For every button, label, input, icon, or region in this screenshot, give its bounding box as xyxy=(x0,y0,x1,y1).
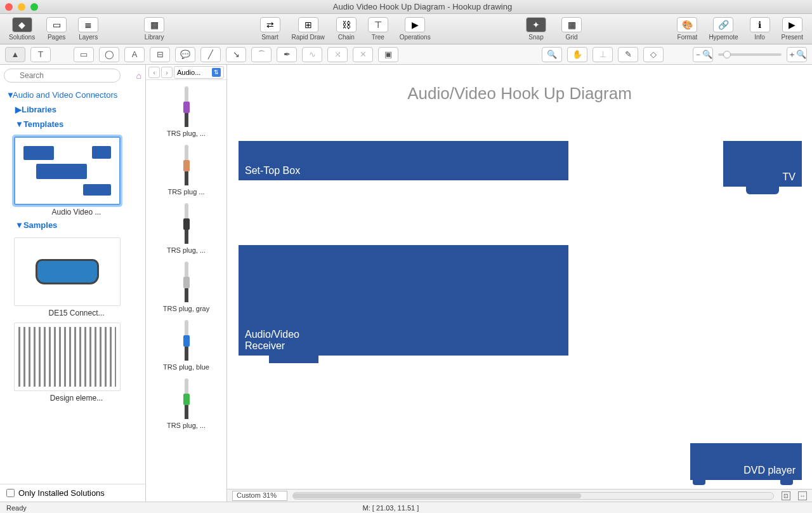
shape-receiver[interactable]: Audio/Video Receiver xyxy=(239,245,568,356)
stencil-panel: ‹ › Audio... ⇅ TRS plug, ...TRS plug ...… xyxy=(146,65,227,502)
template-thumb-audio-video[interactable]: Audio Video ... xyxy=(14,137,139,217)
drawing-canvas[interactable]: Audio/Video Hook Up Diagram Set-Top Box … xyxy=(227,65,812,489)
stencil-library-dropdown[interactable]: Audio... ⇅ xyxy=(174,66,224,79)
line-tool[interactable]: ╱ xyxy=(200,47,221,62)
diagram-title: Audio/Video Hook Up Diagram xyxy=(227,84,812,103)
only-installed-label: Only Installed Solutions xyxy=(18,488,105,498)
trs-plug-icon xyxy=(185,86,188,127)
main-toolbar: ◆Solutions▭Pages≣Layers ▦ Library ⇄Smart… xyxy=(0,14,812,44)
operations-button[interactable]: ▶Operations xyxy=(395,16,436,42)
vga-connector-icon xyxy=(29,256,105,288)
stencil-item[interactable]: TRS plug, gray xyxy=(146,258,226,316)
zoom-dropdown[interactable]: Custom 31% xyxy=(232,491,287,501)
tv-stand-icon xyxy=(746,187,779,194)
window-title: Audio Video Hook Up Diagram - Hookup dra… xyxy=(38,2,807,11)
design-elements-icon xyxy=(18,327,116,387)
window-controls xyxy=(5,3,38,11)
smart-button[interactable]: ⇄Smart xyxy=(255,16,285,42)
stencil-item[interactable]: TRS plug, ... xyxy=(146,375,226,433)
arc-tool[interactable]: ⌒ xyxy=(251,47,272,62)
shape-dvd-player[interactable]: DVD player xyxy=(690,443,802,480)
home-icon[interactable]: ⌂ xyxy=(136,70,141,81)
pages-icon: ▭ xyxy=(46,17,67,32)
tree-root[interactable]: ▼Audio and Video Connectors xyxy=(6,88,139,102)
rapid draw-icon: ⊞ xyxy=(298,17,318,32)
chain-button[interactable]: ⛓Chain xyxy=(331,16,362,42)
rect-tool[interactable]: ▭ xyxy=(74,47,94,62)
eraser-tool[interactable]: ◇ xyxy=(643,47,664,62)
ellipse-tool[interactable]: ◯ xyxy=(99,47,119,62)
fit-width-icon[interactable]: ↔ xyxy=(798,491,807,500)
zoom-slider[interactable] xyxy=(718,53,782,56)
tree-button[interactable]: ⊤Tree xyxy=(363,16,393,42)
stencil-item[interactable]: TRS plug, blue xyxy=(146,316,226,375)
eyedropper-tool[interactable]: ✎ xyxy=(618,47,638,62)
close-icon[interactable] xyxy=(5,3,13,11)
stencil-next-button[interactable]: › xyxy=(161,67,173,78)
horizontal-scrollbar[interactable] xyxy=(292,492,774,500)
present-button[interactable]: ▶Present xyxy=(776,16,808,42)
info-button[interactable]: ℹInfo xyxy=(745,16,775,42)
hypernote-icon: 🔗 xyxy=(713,17,733,32)
zoom-in-button[interactable]: ＋🔍 xyxy=(787,47,807,62)
chevron-updown-icon: ⇅ xyxy=(212,68,221,77)
chain-icon: ⛓ xyxy=(336,17,357,32)
connector-tool[interactable]: ⤨ xyxy=(327,47,348,62)
textbox-tool[interactable]: ⊟ xyxy=(150,47,170,62)
layers-icon: ≣ xyxy=(78,17,98,32)
pointer-tool[interactable]: ▲ xyxy=(5,47,25,62)
canvas-area: Audio/Video Hook Up Diagram Set-Top Box … xyxy=(227,65,812,502)
shape-set-top-box[interactable]: Set-Top Box xyxy=(239,141,568,180)
library-button[interactable]: ▦ Library xyxy=(139,16,169,42)
text-tool[interactable]: T xyxy=(30,47,51,62)
grid-button[interactable]: ▦ Grid xyxy=(556,16,587,42)
fit-page-icon[interactable]: ⊡ xyxy=(782,491,790,500)
only-installed-checkbox[interactable] xyxy=(6,489,15,497)
text-shape-tool[interactable]: A xyxy=(124,47,145,62)
trs-plug-icon xyxy=(185,203,188,244)
pages-button[interactable]: ▭Pages xyxy=(41,16,72,42)
solutions-sidebar: 🔍 ⌂ ▼Audio and Video Connectors ▶Librari… xyxy=(0,65,146,502)
trs-plug-icon xyxy=(185,262,188,302)
solutions-icon: ◆ xyxy=(12,17,32,32)
stencil-prev-button[interactable]: ‹ xyxy=(148,67,160,78)
stencil-item[interactable]: TRS plug, ... xyxy=(146,83,226,141)
tree-libraries[interactable]: ▶Libraries xyxy=(6,102,139,117)
search-input[interactable] xyxy=(4,69,121,83)
grid-icon: ▦ xyxy=(561,17,582,32)
snap-button[interactable]: ✦ Snap xyxy=(521,16,551,42)
library-icon: ▦ xyxy=(144,17,164,32)
hypernote-button[interactable]: 🔗Hypernote xyxy=(704,16,743,42)
arrow-tool[interactable]: ↘ xyxy=(226,47,246,62)
callout-tool[interactable]: 💬 xyxy=(175,47,195,62)
trs-plug-icon xyxy=(185,145,188,185)
stencil-item[interactable]: TRS plug, ... xyxy=(146,199,226,258)
minimize-icon[interactable] xyxy=(18,3,25,11)
sample-thumb-design-elements[interactable]: Design eleme... xyxy=(14,323,139,403)
format-button[interactable]: 🎨Format xyxy=(672,16,702,42)
sample-thumb-de15[interactable]: DE15 Connect... xyxy=(14,237,139,317)
tree-samples[interactable]: ▼Samples xyxy=(6,218,139,232)
hand-tool[interactable]: ✋ xyxy=(567,47,587,62)
stamp-tool[interactable]: ⊥ xyxy=(593,47,613,62)
template-preview-icon xyxy=(20,142,115,199)
zoom-tool[interactable]: 🔍 xyxy=(542,47,562,62)
zoom-out-button[interactable]: －🔍 xyxy=(693,47,713,62)
info-icon: ℹ xyxy=(750,17,770,32)
bezier-tool[interactable]: ∿ xyxy=(302,47,322,62)
edit-points-tool[interactable]: ✕ xyxy=(353,47,373,62)
tree-templates[interactable]: ▼Templates xyxy=(6,117,139,131)
shape-tv[interactable]: TV xyxy=(723,141,802,187)
operations-icon: ▶ xyxy=(405,17,425,32)
status-ready: Ready xyxy=(6,504,27,512)
template-caption: Audio Video ... xyxy=(14,208,139,217)
maximize-icon[interactable] xyxy=(30,3,38,11)
trs-plug-icon xyxy=(185,320,188,361)
solutions-button[interactable]: ◆Solutions xyxy=(4,16,40,42)
crop-tool[interactable]: ▣ xyxy=(378,47,398,62)
rapid-draw-button[interactable]: ⊞Rapid Draw xyxy=(287,16,330,42)
pen-tool[interactable]: ✒ xyxy=(277,47,297,62)
layers-button[interactable]: ≣Layers xyxy=(73,16,103,42)
dvd-foot-icon xyxy=(693,480,705,485)
stencil-item[interactable]: TRS plug ... xyxy=(146,141,226,199)
